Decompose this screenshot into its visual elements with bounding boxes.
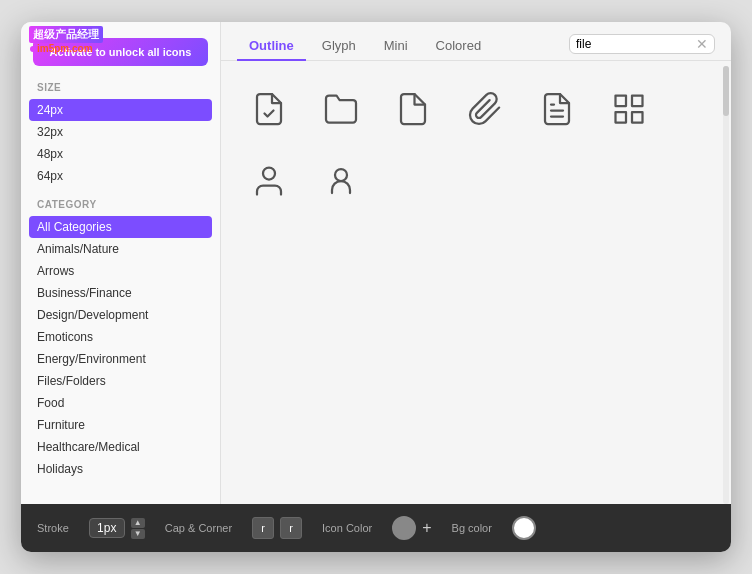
category-design[interactable]: Design/Development: [29, 304, 212, 326]
stroke-down-button[interactable]: ▼: [131, 529, 145, 539]
icon-folder[interactable]: [309, 77, 373, 141]
bg-color-control: [512, 516, 536, 540]
cap-corner-control: r r: [252, 517, 302, 539]
category-animals[interactable]: Animals/Nature: [29, 238, 212, 260]
size-options: 24px 32px 48px 64px: [21, 99, 220, 187]
icon-file-check[interactable]: [237, 77, 301, 141]
category-label: CATEGORY: [21, 195, 220, 216]
file-list-icon: [539, 91, 575, 127]
tabs-row: Outline Glyph Mini Colored ✕: [221, 22, 731, 61]
stroke-label: Stroke: [37, 522, 69, 534]
icon-file-details[interactable]: [597, 77, 661, 141]
stroke-spinner: ▲ ▼: [131, 518, 145, 539]
paperclip-icon: [467, 91, 503, 127]
tab-colored[interactable]: Colored: [424, 32, 494, 61]
folder-icon: [323, 91, 359, 127]
bottom-bar: Stroke 1px ▲ ▼ Cap & Corner r r Icon Col…: [21, 504, 731, 552]
category-business[interactable]: Business/Finance: [29, 282, 212, 304]
watermark-dot1: [30, 46, 36, 52]
category-list: All Categories Animals/Nature Arrows Bus…: [21, 216, 220, 496]
size-item-32px[interactable]: 32px: [29, 121, 212, 143]
cap-round-button[interactable]: r: [252, 517, 274, 539]
app-window: 超级产品经理 im5pm.com Activate to unlock all …: [21, 22, 731, 552]
category-arrows[interactable]: Arrows: [29, 260, 212, 282]
category-holidays[interactable]: Holidays: [29, 458, 212, 480]
watermark-top: 超级产品经理: [29, 26, 103, 43]
svg-point-6: [263, 168, 275, 180]
icon-file-list[interactable]: [525, 77, 589, 141]
svg-point-7: [335, 169, 347, 181]
size-label: SIZE: [21, 78, 220, 99]
svg-rect-3: [632, 96, 643, 107]
category-healthcare[interactable]: Healthcare/Medical: [29, 436, 212, 458]
size-item-24px[interactable]: 24px: [29, 99, 212, 121]
category-all[interactable]: All Categories: [29, 216, 212, 238]
file-details-icon: [611, 91, 647, 127]
svg-rect-4: [632, 112, 643, 123]
scrollbar-thumb[interactable]: [723, 66, 729, 116]
category-furniture[interactable]: Furniture: [29, 414, 212, 436]
svg-rect-5: [616, 112, 627, 123]
stroke-value[interactable]: 1px: [89, 518, 125, 538]
file-check-icon: [251, 91, 287, 127]
icon-color-control: +: [392, 516, 431, 540]
svg-rect-2: [616, 96, 627, 107]
search-input[interactable]: [576, 37, 696, 51]
stroke-control: 1px ▲ ▼: [89, 518, 145, 539]
watermark: 超级产品经理 im5pm.com: [29, 26, 103, 54]
tab-outline[interactable]: Outline: [237, 32, 306, 61]
tab-mini[interactable]: Mini: [372, 32, 420, 61]
add-color-button[interactable]: +: [422, 520, 431, 536]
scrollbar-track: [723, 66, 729, 504]
sidebar: Activate to unlock all icons SIZE 24px 3…: [21, 22, 221, 504]
user-file-icon: [251, 163, 287, 199]
search-box: ✕: [569, 34, 715, 54]
category-files[interactable]: Files/Folders: [29, 370, 212, 392]
category-food[interactable]: Food: [29, 392, 212, 414]
icon-person[interactable]: [309, 149, 373, 213]
icon-paperclip[interactable]: [453, 77, 517, 141]
icon-file[interactable]: [381, 77, 445, 141]
category-emoticons[interactable]: Emoticons: [29, 326, 212, 348]
tab-glyph[interactable]: Glyph: [310, 32, 368, 61]
stroke-up-button[interactable]: ▲: [131, 518, 145, 528]
corner-round-button[interactable]: r: [280, 517, 302, 539]
bg-color-label: Bg color: [452, 522, 492, 534]
size-item-48px[interactable]: 48px: [29, 143, 212, 165]
person-icon: [323, 163, 359, 199]
icon-color-label: Icon Color: [322, 522, 372, 534]
cap-corner-label: Cap & Corner: [165, 522, 232, 534]
file-icon: [395, 91, 431, 127]
icon-color-picker[interactable]: [392, 516, 416, 540]
icon-user-file[interactable]: [237, 149, 301, 213]
clear-search-button[interactable]: ✕: [696, 37, 708, 51]
main-content: Activate to unlock all icons SIZE 24px 3…: [21, 22, 731, 504]
icons-grid: [221, 61, 731, 504]
bg-color-picker[interactable]: [512, 516, 536, 540]
main-panel: Outline Glyph Mini Colored ✕: [221, 22, 731, 504]
category-energy[interactable]: Energy/Environment: [29, 348, 212, 370]
size-item-64px[interactable]: 64px: [29, 165, 212, 187]
watermark-bottom: im5pm.com: [29, 43, 103, 54]
